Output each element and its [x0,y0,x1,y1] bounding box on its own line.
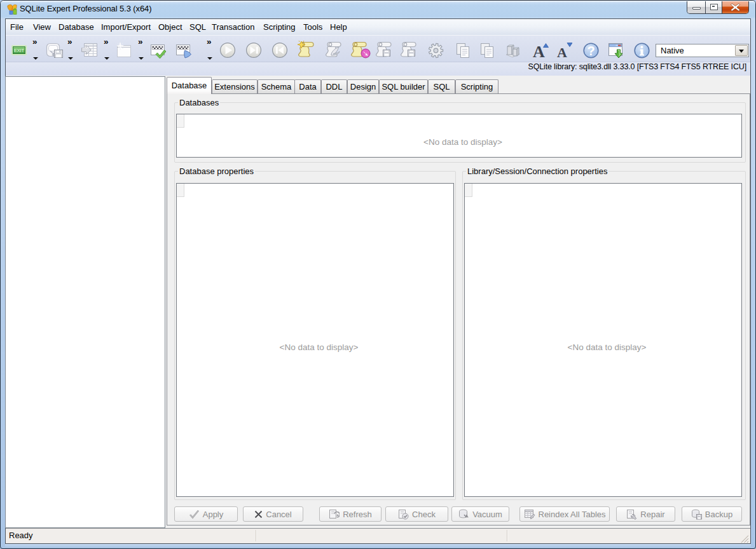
svg-text:EXIT: EXIT [14,48,24,53]
svg-text:A: A [557,44,567,58]
svg-text:?: ? [587,44,594,58]
svg-text:A: A [533,43,545,58]
